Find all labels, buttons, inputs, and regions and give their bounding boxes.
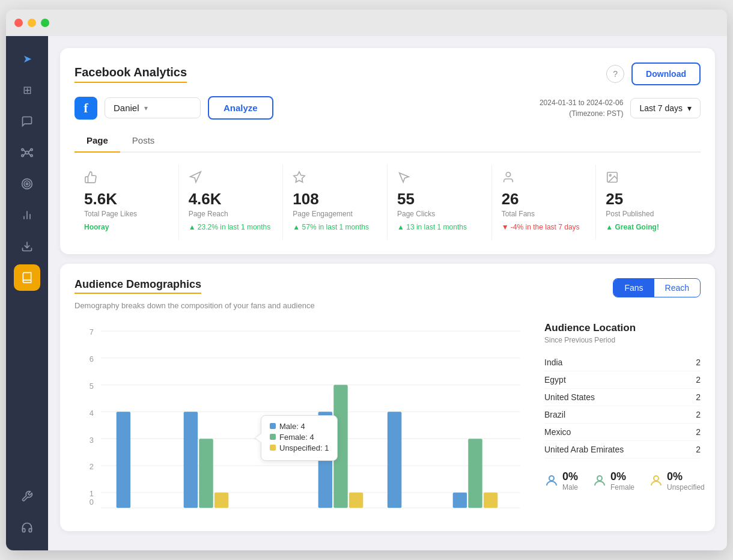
location-row-india: India 2 <box>544 354 701 371</box>
gender-female: 0% Female <box>592 470 634 492</box>
svg-point-3 <box>22 154 23 156</box>
stats-grid: 5.6K Total Page Likes Hooray 4.6K Page R… <box>75 165 701 240</box>
analyze-button[interactable]: Analyze <box>208 96 273 120</box>
svg-point-17 <box>506 172 510 177</box>
period-label: Last 7 days <box>639 103 683 113</box>
svg-point-2 <box>31 148 32 150</box>
location-subtitle: Since Previous Period <box>544 336 701 344</box>
female-label: Female <box>610 483 634 492</box>
tab-page[interactable]: Page <box>75 130 120 153</box>
header-actions: ? Download <box>606 62 701 85</box>
chart-and-location: 7 6 5 4 3 2 1 0 <box>75 322 701 517</box>
svg-point-11 <box>26 183 28 184</box>
close-button[interactable] <box>14 19 23 27</box>
megaphone-icon <box>189 171 273 187</box>
unspecified-label: Unspecified <box>667 483 705 492</box>
sidebar-item-dashboard[interactable]: ⊞ <box>14 77 40 103</box>
sidebar-item-tools[interactable] <box>14 483 40 510</box>
svg-rect-38 <box>199 439 213 508</box>
sidebar-item-download[interactable] <box>14 233 40 260</box>
country-india: India <box>544 358 562 367</box>
svg-rect-45 <box>468 439 482 508</box>
svg-rect-43 <box>388 412 401 508</box>
card-header: Facebook Analytics ? Download <box>75 62 701 85</box>
svg-text:3: 3 <box>90 435 94 444</box>
stat-value-likes: 5.6K <box>84 190 169 208</box>
svg-text:25-34: 25-34 <box>191 513 211 514</box>
svg-line-5 <box>23 150 25 152</box>
svg-point-10 <box>24 181 30 187</box>
fans-toggle[interactable]: Fans <box>613 279 654 297</box>
svg-rect-42 <box>349 492 363 508</box>
svg-rect-36 <box>117 412 130 508</box>
country-uae: United Arab Emirates <box>544 445 624 454</box>
demo-header: Audience Demographics Fans Reach <box>75 278 701 297</box>
svg-point-4 <box>31 154 32 156</box>
svg-text:35-44: 35-44 <box>262 513 282 514</box>
period-dropdown[interactable]: Last 7 days ▾ <box>630 98 701 118</box>
demo-title: Audience Demographics <box>75 278 201 294</box>
stat-value-reach: 4.6K <box>189 190 273 208</box>
stat-label-clicks: Page Clicks <box>397 210 482 218</box>
sidebar-item-navigation[interactable]: ➤ <box>14 46 40 72</box>
female-pct: 0% <box>610 470 634 483</box>
main-content: Facebook Analytics ? Download f Daniel ▾ <box>48 36 727 550</box>
sidebar-item-chat[interactable] <box>14 108 40 135</box>
svg-text:45-54: 45-54 <box>332 513 352 514</box>
male-pct-wrap: 0% Male <box>562 470 578 492</box>
stat-value-posts: 25 <box>606 190 691 208</box>
toggle-group: Fans Reach <box>613 278 701 297</box>
svg-text:65+: 65+ <box>466 513 479 514</box>
maximize-button[interactable] <box>41 19 49 27</box>
location-row-uae: United Arab Emirates 2 <box>544 441 701 458</box>
stat-value-fans: 26 <box>502 190 586 208</box>
timezone-text: (Timezone: PST) <box>540 108 623 119</box>
person-icon <box>502 171 586 187</box>
help-button[interactable]: ? <box>606 65 624 83</box>
unspecified-icon <box>649 473 663 488</box>
account-dropdown[interactable]: Daniel ▾ <box>105 97 201 118</box>
minimize-button[interactable] <box>28 19 36 27</box>
sidebar-item-analytics[interactable] <box>14 202 40 228</box>
app-body: ➤ ⊞ <box>6 36 727 550</box>
tabs-row: Page Posts <box>75 130 701 153</box>
svg-text:1: 1 <box>90 489 94 498</box>
image-icon <box>606 171 691 187</box>
stat-trend-reach: ▲ 23.2% in last 1 months <box>189 223 273 231</box>
country-mexico: Mexico <box>544 427 571 437</box>
reach-toggle[interactable]: Reach <box>654 279 700 297</box>
sidebar-item-support[interactable] <box>14 514 40 541</box>
analytics-card: Facebook Analytics ? Download f Daniel ▾ <box>60 48 715 254</box>
download-button[interactable]: Download <box>631 62 701 85</box>
male-pct: 0% <box>562 470 578 483</box>
count-india: 2 <box>696 358 701 367</box>
sidebar-item-library[interactable] <box>14 264 40 291</box>
svg-rect-41 <box>333 385 347 508</box>
svg-text:6: 6 <box>90 355 94 364</box>
count-us: 2 <box>696 392 701 402</box>
thumbs-up-icon <box>84 171 169 187</box>
svg-text:4: 4 <box>90 408 94 417</box>
location-row-egypt: Egypt 2 <box>544 371 701 389</box>
location-panel: Audience Location Since Previous Period … <box>544 322 701 517</box>
svg-point-55 <box>654 476 658 481</box>
date-range-text: 2024-01-31 to 2024-02-06 <box>540 97 623 108</box>
chevron-down-icon: ▾ <box>144 104 148 112</box>
svg-marker-16 <box>294 172 305 182</box>
sidebar-item-network[interactable] <box>14 139 40 166</box>
stat-trend-likes: Hooray <box>84 223 169 231</box>
svg-text:55-64: 55-64 <box>394 513 414 514</box>
stat-total-fans: 26 Total Fans ▼ -4% in the last 7 days <box>492 165 597 240</box>
svg-rect-39 <box>214 492 228 508</box>
sidebar-item-target[interactable] <box>14 171 40 197</box>
svg-rect-46 <box>484 492 497 508</box>
svg-point-54 <box>597 476 602 481</box>
tab-posts[interactable]: Posts <box>120 130 167 153</box>
facebook-icon: f <box>75 97 97 120</box>
stat-value-clicks: 55 <box>397 190 482 208</box>
svg-line-8 <box>29 153 31 156</box>
sidebar: ➤ ⊞ <box>6 36 48 550</box>
male-icon <box>544 473 559 488</box>
count-egypt: 2 <box>696 375 701 385</box>
app-window: ➤ ⊞ <box>6 10 727 550</box>
